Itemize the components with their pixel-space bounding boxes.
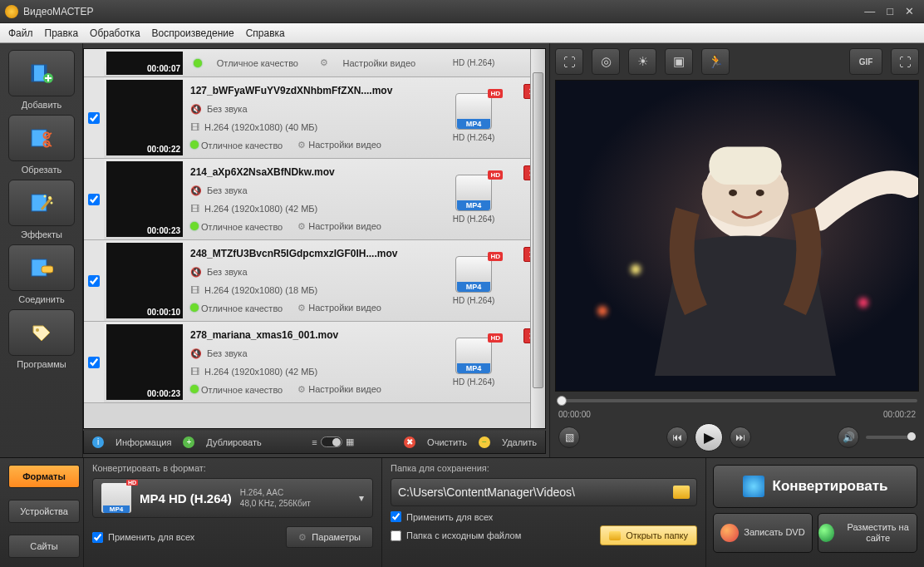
video-preview[interactable]	[555, 80, 919, 392]
quality-dot-icon	[190, 222, 199, 230]
view-grid-icon[interactable]: ▦	[346, 436, 354, 447]
format-badge[interactable]: HDMP4	[455, 93, 492, 130]
film-icon: 🎞	[190, 285, 199, 295]
upload-button[interactable]: Разместить на сайте	[818, 513, 917, 553]
prev-button[interactable]: ⏮	[666, 426, 688, 448]
gear-icon: ⚙	[297, 221, 306, 231]
snapshot-button[interactable]: ▧	[558, 426, 580, 448]
sidebar-add-button[interactable]: Добавить	[8, 50, 75, 96]
same-folder-checkbox[interactable]: Папка с исходным файлом	[391, 530, 521, 541]
list-item[interactable]: 00:00:23214_aXp6X2NsaXBfNDkw.mov🔇Без зву…	[84, 159, 545, 240]
burn-dvd-button[interactable]: Записать DVD	[713, 513, 813, 553]
quality-dot-icon	[194, 59, 202, 67]
thumbnail[interactable]: 00:00:23	[106, 161, 183, 237]
tab-devices[interactable]: Устройства	[8, 500, 80, 523]
tab-sites[interactable]: Сайты	[8, 535, 80, 558]
sidebar-join-button[interactable]: Соединить	[8, 244, 75, 291]
bottom-tabs: Форматы Устройства Сайты	[0, 458, 83, 567]
format-panel: Конвертировать в формат: HDMP4 MP4 HD (H…	[83, 458, 382, 567]
enhance-button[interactable]: ▣	[665, 48, 693, 75]
format-badge[interactable]: HDMP4	[455, 256, 492, 293]
info-button[interactable]: Информация	[116, 437, 171, 447]
menu-edit[interactable]: Правка	[45, 27, 79, 39]
list-item[interactable]: 00:00:07 Отличное качество ⚙Настройки ви…	[84, 49, 545, 77]
video-settings-link[interactable]: Настройки видео	[308, 140, 381, 150]
svg-point-13	[36, 328, 39, 332]
list-item[interactable]: 00:00:22127_bWFyaWFuYV9zdXNhbmFfZXN....m…	[84, 77, 545, 159]
apply-all-save-checkbox[interactable]: Применить для всех	[391, 511, 697, 522]
filmstrip-scissors-icon	[30, 128, 53, 148]
thumbnail[interactable]: 00:00:07	[106, 52, 183, 75]
item-checkbox[interactable]	[88, 357, 100, 368]
video-settings-link[interactable]: Настройки видео	[308, 384, 381, 394]
svg-point-8	[48, 196, 52, 200]
scrollbar[interactable]	[530, 49, 545, 428]
rotate-button[interactable]: ◎	[592, 48, 620, 75]
play-button[interactable]: ▶	[695, 423, 723, 451]
mute-icon: 🔇	[190, 104, 202, 115]
video-settings-link[interactable]: Настройки видео	[308, 221, 381, 231]
view-list-icon[interactable]: ≡	[312, 437, 317, 447]
folder-icon[interactable]	[673, 486, 690, 499]
chevron-down-icon: ▾	[359, 492, 364, 504]
gif-button[interactable]: GIF	[849, 48, 882, 75]
fullscreen-button[interactable]: ⛶	[891, 48, 919, 75]
view-toggle[interactable]	[321, 436, 342, 447]
thumbnail[interactable]: 00:00:10	[106, 243, 183, 318]
close-button[interactable]: ✕	[905, 5, 914, 17]
brightness-button[interactable]: ☀	[628, 48, 656, 75]
apply-all-format-checkbox[interactable]: Применить для всех	[92, 532, 194, 543]
filmstrip-wand-icon	[30, 193, 53, 213]
maximize-button[interactable]: □	[887, 5, 893, 17]
thumbnail[interactable]: 00:00:22	[106, 80, 183, 155]
video-settings-link[interactable]: Настройки видео	[308, 303, 381, 313]
minimize-button[interactable]: —	[864, 5, 875, 17]
seek-handle[interactable]	[557, 396, 567, 406]
sidebar-effects-button[interactable]: Эффекты	[8, 180, 75, 226]
open-folder-button[interactable]: Открыть папку	[600, 525, 697, 545]
menu-help[interactable]: Справка	[246, 27, 285, 39]
seek-bar[interactable]	[557, 395, 917, 407]
thumbnail[interactable]: 00:00:23	[106, 324, 183, 400]
duplicate-icon: +	[183, 436, 194, 448]
sun-icon: ☀	[637, 54, 648, 69]
menu-process[interactable]: Обработка	[90, 27, 140, 39]
quality-dot-icon	[190, 303, 199, 312]
format-selector[interactable]: HDMP4 MP4 HD (H.264) H.264, AAC48,0 KHz,…	[92, 478, 373, 518]
time-total: 00:00:22	[883, 410, 916, 419]
crop-button[interactable]: ⛶	[555, 48, 583, 75]
filmstrip-join-icon	[30, 258, 53, 278]
menu-playback[interactable]: Воспроизведение	[152, 27, 234, 39]
output-path[interactable]: C:\Users\ContentManager\Videos\	[391, 478, 697, 506]
item-checkbox[interactable]	[88, 194, 100, 205]
duplicate-button[interactable]: Дублировать	[206, 437, 261, 447]
list-item[interactable]: 00:00:10248_MTZfU3BvcnR5IGdpcmxzIGF0IH..…	[84, 240, 545, 322]
next-button[interactable]: ⏭	[730, 426, 751, 448]
delete-button[interactable]: Удалить	[502, 437, 537, 447]
app-logo-icon	[5, 5, 18, 18]
convert-button[interactable]: Конвертировать	[713, 465, 917, 508]
speed-button[interactable]: 🏃	[701, 48, 730, 75]
sidebar-programs-button[interactable]: Программы	[8, 309, 75, 356]
globe-icon	[818, 524, 834, 542]
menu-file[interactable]: Файл	[8, 27, 33, 39]
volume-slider[interactable]	[866, 436, 916, 439]
image-icon: ▧	[565, 431, 574, 443]
format-badge[interactable]: HDMP4	[455, 175, 492, 211]
parameters-button[interactable]: ⚙Параметры	[286, 526, 373, 548]
filename: 248_MTZfU3BvcnR5IGdpcmxzIGF0IH....mov	[190, 248, 419, 259]
clear-button[interactable]: Очистить	[427, 437, 467, 447]
item-checkbox[interactable]	[88, 112, 100, 124]
format-badge[interactable]: HDMP4	[455, 338, 492, 374]
gear-icon: ⚙	[297, 303, 306, 313]
list-item[interactable]: 00:00:23278_mariana_xmas16_001.mov🔇Без з…	[84, 322, 545, 403]
item-checkbox[interactable]	[88, 275, 100, 287]
gear-icon: ⚙	[298, 532, 307, 543]
filename: 214_aXp6X2NsaXBfNDkw.mov	[190, 166, 419, 178]
gear-icon: ⚙	[297, 384, 306, 394]
sidebar-cut-button[interactable]: Обрезать	[8, 115, 75, 161]
volume-button[interactable]: 🔊	[838, 426, 859, 448]
convert-icon	[743, 476, 764, 497]
scrollbar-thumb[interactable]	[533, 72, 543, 388]
tab-formats[interactable]: Форматы	[8, 465, 80, 488]
